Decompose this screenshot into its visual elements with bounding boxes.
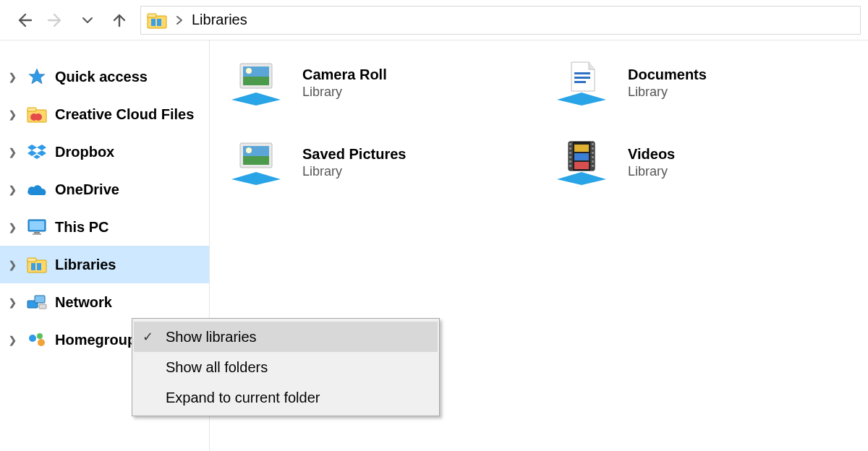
chevron-right-icon[interactable]: ❯ <box>9 222 19 233</box>
recent-locations-button[interactable] <box>77 9 98 31</box>
svg-rect-46 <box>592 147 594 150</box>
context-menu-item-label: Show all folders <box>166 359 268 376</box>
navigation-bar: Libraries <box>0 0 868 40</box>
svg-point-20 <box>37 333 43 339</box>
svg-rect-27 <box>574 77 590 79</box>
svg-rect-43 <box>569 160 571 163</box>
onedrive-icon <box>26 179 48 199</box>
document-library-icon <box>550 58 613 108</box>
svg-rect-37 <box>574 153 589 160</box>
breadcrumb-current[interactable]: Libraries <box>192 12 247 28</box>
monitor-icon <box>26 217 48 237</box>
address-bar[interactable]: Libraries <box>140 6 861 35</box>
svg-rect-39 <box>569 143 571 145</box>
video-library-icon <box>550 137 613 188</box>
explorer-window: Libraries ❯ Quick access ❯ Creative Clou… <box>0 0 868 451</box>
svg-point-7 <box>35 113 42 121</box>
library-item-subtype: Library <box>628 164 675 179</box>
svg-rect-47 <box>592 152 594 154</box>
svg-rect-10 <box>34 232 40 233</box>
sidebar-item-label: This PC <box>55 219 109 236</box>
breadcrumb-separator-icon <box>174 15 184 25</box>
sidebar-item-label: Quick access <box>55 69 148 85</box>
svg-rect-14 <box>31 263 35 270</box>
cc-folder-icon <box>26 104 48 124</box>
svg-rect-17 <box>35 296 45 303</box>
chevron-right-icon[interactable]: ❯ <box>9 147 19 158</box>
libraries-icon <box>147 12 167 29</box>
homegroup-icon <box>26 330 48 350</box>
context-menu-item-label: Expand to current folder <box>166 390 320 406</box>
star-icon <box>26 66 48 87</box>
svg-rect-9 <box>30 221 44 230</box>
library-item-documents[interactable]: Documents Library <box>550 58 854 108</box>
libraries-icon <box>26 254 48 275</box>
library-item-saved-pictures[interactable]: Saved Pictures Library <box>224 137 528 188</box>
svg-point-25 <box>246 68 252 74</box>
svg-rect-1 <box>148 14 156 17</box>
svg-point-32 <box>246 147 252 153</box>
svg-point-21 <box>38 339 45 346</box>
library-item-subtype: Library <box>302 85 387 100</box>
sidebar-item-label: OneDrive <box>55 181 119 198</box>
svg-rect-18 <box>39 304 46 309</box>
context-menu-item-show-libraries[interactable]: ✓ Show libraries <box>134 322 438 352</box>
svg-rect-48 <box>592 156 594 158</box>
forward-button[interactable] <box>45 9 67 31</box>
arrow-left-icon <box>15 12 33 29</box>
chevron-right-icon[interactable]: ❯ <box>9 259 19 270</box>
svg-point-19 <box>29 335 36 342</box>
sidebar-item-label: Libraries <box>55 257 116 273</box>
svg-rect-40 <box>569 147 571 150</box>
library-item-camera-roll[interactable]: Camera Roll Library <box>224 58 528 108</box>
svg-rect-2 <box>151 19 156 26</box>
svg-rect-24 <box>243 77 269 85</box>
chevron-right-icon[interactable]: ❯ <box>9 109 19 120</box>
check-icon: ✓ <box>142 329 153 345</box>
sidebar-item-libraries[interactable]: ❯ Libraries <box>0 246 209 283</box>
up-button[interactable] <box>109 9 130 31</box>
arrow-up-icon <box>111 12 128 29</box>
svg-rect-15 <box>37 263 41 270</box>
sidebar-item-quick-access[interactable]: ❯ Quick access <box>0 58 209 95</box>
chevron-right-icon[interactable]: ❯ <box>9 184 19 195</box>
chevron-right-icon[interactable]: ❯ <box>9 297 19 308</box>
library-item-text: Videos Library <box>628 146 675 179</box>
dropbox-icon <box>26 142 48 162</box>
context-menu-item-label: Show libraries <box>166 329 257 345</box>
sidebar-item-creative-cloud[interactable]: ❯ Creative Cloud Files <box>0 95 209 133</box>
svg-rect-38 <box>574 162 589 169</box>
svg-rect-13 <box>27 258 36 262</box>
sidebar-item-label: Homegroup <box>55 332 136 348</box>
svg-rect-49 <box>592 160 594 163</box>
svg-rect-50 <box>592 165 594 167</box>
library-item-text: Camera Roll Library <box>302 66 387 100</box>
library-item-text: Documents Library <box>628 66 707 100</box>
svg-rect-3 <box>157 19 161 26</box>
svg-rect-42 <box>569 156 571 158</box>
picture-library-icon <box>224 58 288 108</box>
sidebar-item-this-pc[interactable]: ❯ This PC <box>0 208 209 246</box>
sidebar-item-label: Network <box>55 294 112 311</box>
context-menu-item-expand-to-current-folder[interactable]: Expand to current folder <box>134 382 438 413</box>
back-button[interactable] <box>13 9 35 31</box>
library-item-title: Videos <box>628 146 675 163</box>
sidebar-item-network[interactable]: ❯ Network <box>0 283 209 321</box>
chevron-right-icon[interactable]: ❯ <box>9 335 19 345</box>
sidebar-item-onedrive[interactable]: ❯ OneDrive <box>0 171 209 208</box>
context-menu: ✓ Show libraries Show all folders Expand… <box>132 318 440 416</box>
library-item-title: Camera Roll <box>302 66 387 83</box>
picture-library-icon <box>224 137 288 188</box>
library-item-title: Documents <box>628 66 707 83</box>
svg-rect-41 <box>569 152 571 154</box>
svg-rect-44 <box>569 165 571 167</box>
svg-rect-31 <box>243 156 269 165</box>
library-item-subtype: Library <box>628 85 707 100</box>
svg-rect-26 <box>574 72 590 74</box>
context-menu-item-show-all-folders[interactable]: Show all folders <box>134 352 438 382</box>
sidebar-item-dropbox[interactable]: ❯ Dropbox <box>0 133 209 171</box>
chevron-right-icon[interactable]: ❯ <box>9 72 19 82</box>
library-item-videos[interactable]: Videos Library <box>550 137 854 188</box>
chevron-down-icon <box>82 14 93 26</box>
svg-rect-11 <box>33 233 41 235</box>
